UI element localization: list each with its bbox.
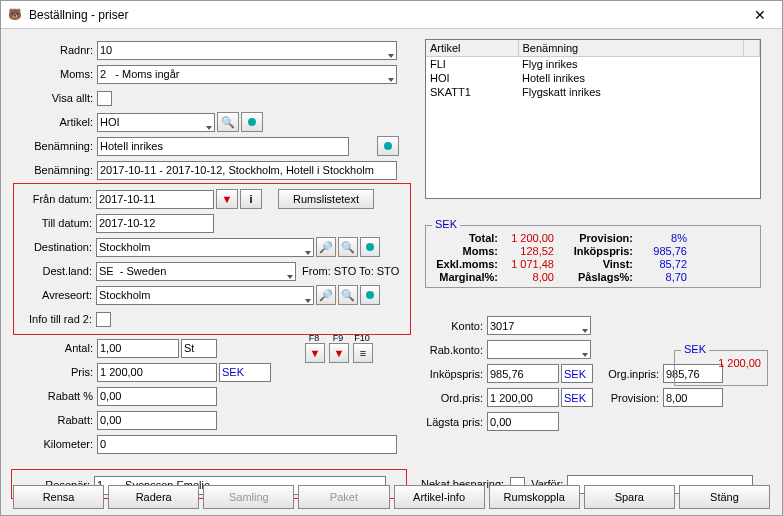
rumslistetext-button[interactable]: Rumslistetext	[278, 189, 374, 209]
label-dest-land: Dest.land:	[14, 265, 96, 277]
label-rabkonto: Rab.konto:	[425, 344, 487, 356]
rensa-button[interactable]: Rensa	[13, 485, 104, 509]
app-icon: 🐻	[7, 7, 23, 23]
label-benamning2: Benämning:	[15, 164, 97, 176]
info-icon: i	[249, 193, 252, 205]
label-orginpris: Org.inpris:	[601, 368, 663, 380]
f9-button[interactable]: ▼	[329, 343, 349, 363]
label-avreseort: Avreseort:	[14, 289, 96, 301]
rabatt-pct-input[interactable]	[97, 387, 217, 406]
rumskoppla-button[interactable]: Rumskoppla	[489, 485, 580, 509]
label-rabatt: Rabatt:	[15, 414, 97, 426]
label-fran-datum: Från datum:	[14, 193, 96, 205]
label-inkopspris: Inköpspris:	[425, 368, 487, 380]
benamning1-dot-button[interactable]	[377, 136, 399, 156]
f10-button[interactable]: ≡	[353, 343, 373, 363]
kilometer-input[interactable]	[97, 435, 397, 454]
vinst-value: 85,72	[637, 258, 687, 270]
f8-button[interactable]: ▼	[305, 343, 325, 363]
benamning2-input[interactable]	[97, 161, 397, 180]
arrow-down-icon: ▼	[334, 347, 345, 359]
antal-input[interactable]	[97, 339, 179, 358]
till-datum-input[interactable]	[96, 214, 214, 233]
inkopspris-input[interactable]	[487, 364, 559, 383]
spara-button[interactable]: Spara	[584, 485, 675, 509]
label-lagsta: Lägsta pris:	[425, 416, 487, 428]
col-artikel[interactable]: Artikel	[426, 40, 518, 57]
avr-dot-button[interactable]	[360, 285, 380, 305]
moms-label: Moms:	[434, 245, 502, 257]
paket-button: Paket	[298, 485, 389, 509]
label-till-datum: Till datum:	[14, 217, 96, 229]
binoculars-icon: 🔍	[221, 116, 235, 129]
arrow-down-icon: ▼	[222, 193, 233, 205]
radnr-input[interactable]	[97, 41, 397, 60]
vinst-label: Vinst:	[562, 258, 637, 270]
date-info-button[interactable]: i	[240, 189, 262, 209]
exkl-value: 1 071,48	[502, 258, 562, 270]
window: 🐻 Beställning - priser ✕ Radnr: Moms: Vi…	[0, 0, 783, 516]
sek-legend: SEK	[681, 343, 709, 355]
binoculars-icon: 🔍	[341, 289, 355, 302]
exkl-label: Exkl.moms:	[434, 258, 502, 270]
dest-dot-button[interactable]	[360, 237, 380, 257]
totals-legend: SEK	[432, 218, 460, 230]
label-pris: Pris:	[15, 366, 97, 378]
inkop-sek-field	[561, 364, 593, 383]
artikel-search-button[interactable]: 🔍	[217, 112, 239, 132]
info-rad2-checkbox[interactable]	[96, 312, 111, 327]
inkop-label: Inköpspris:	[562, 245, 637, 257]
date-down-button[interactable]: ▼	[216, 189, 238, 209]
konto-input[interactable]	[487, 316, 591, 335]
label-rabatt-pct: Rabatt %	[15, 390, 97, 402]
lagsta-pris-input[interactable]	[487, 412, 559, 431]
dest-search-button[interactable]: 🔍	[338, 237, 358, 257]
label-info-rad2: Info till rad 2:	[14, 313, 96, 325]
ordpris-input[interactable]	[487, 388, 559, 407]
marg-value: 8,00	[502, 271, 562, 283]
marg-label: Marginal%:	[434, 271, 502, 283]
dot-icon	[366, 291, 374, 299]
close-button[interactable]: ✕	[738, 1, 782, 29]
label-antal: Antal:	[15, 342, 97, 354]
pris-input[interactable]	[97, 363, 217, 382]
content: Radnr: Moms: Visa allt: Artikel: 🔍 Benäm…	[1, 29, 782, 39]
left-column: Radnr: Moms: Visa allt: Artikel: 🔍 Benäm…	[15, 39, 411, 457]
moms-value: 128,52	[502, 245, 562, 257]
avr-search-button[interactable]: 🔍	[338, 285, 358, 305]
article-list[interactable]: Artikel Benämning FLIFlyg inrikes HOIHot…	[425, 39, 761, 199]
label-ordpris: Ord.pris:	[425, 392, 487, 404]
f8-label: F8	[309, 333, 320, 343]
dest-find-button[interactable]: 🔎	[316, 237, 336, 257]
col-empty	[744, 40, 760, 57]
stang-button[interactable]: Stäng	[679, 485, 770, 509]
binoculars-icon: 🔍	[341, 241, 355, 254]
fran-datum-input[interactable]	[96, 190, 214, 209]
moms-select[interactable]	[97, 65, 397, 84]
dot-icon	[366, 243, 374, 251]
pris-sek-field	[219, 363, 271, 382]
label-konto: Konto:	[425, 320, 487, 332]
visa-allt-checkbox[interactable]	[97, 91, 112, 106]
radera-button[interactable]: Radera	[108, 485, 199, 509]
table-row: SKATT1Flygskatt inrikes	[426, 85, 760, 99]
label-provision: Provision:	[601, 392, 663, 404]
avreseort-input[interactable]	[96, 286, 314, 305]
artikel-info-button[interactable]: Artikel-info	[394, 485, 485, 509]
benamning1-input[interactable]	[97, 137, 349, 156]
label-radnr: Radnr:	[15, 44, 97, 56]
label-kilometer: Kilometer:	[15, 438, 97, 450]
total-label: Total:	[434, 232, 502, 244]
total-value: 1 200,00	[502, 232, 562, 244]
dest-land-select[interactable]	[96, 262, 296, 281]
artikel-dot-button[interactable]	[241, 112, 263, 132]
button-bar: Rensa Radera Samling Paket Artikel-info …	[11, 485, 772, 509]
destination-input[interactable]	[96, 238, 314, 257]
provision-input[interactable]	[663, 388, 723, 407]
rabatt-input[interactable]	[97, 411, 217, 430]
rabkonto-input[interactable]	[487, 340, 591, 359]
avr-find-button[interactable]: 🔎	[316, 285, 336, 305]
date-destination-group: Från datum: ▼ i Rumslistetext Till datum…	[13, 183, 411, 335]
artikel-input[interactable]	[97, 113, 215, 132]
col-benamning[interactable]: Benämning	[518, 40, 744, 57]
